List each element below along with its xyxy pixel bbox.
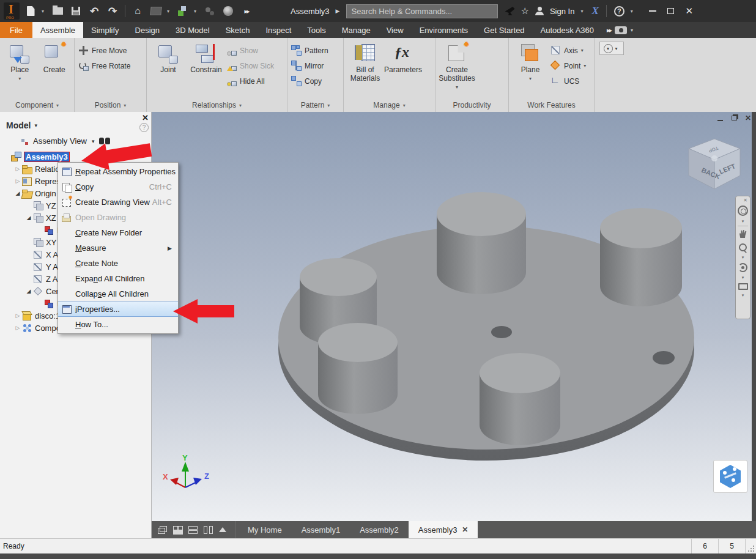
navbar-close-icon[interactable]: ✕ bbox=[743, 196, 750, 203]
maximize-button[interactable] bbox=[662, 3, 680, 19]
home-icon[interactable]: ⌂ bbox=[130, 4, 145, 18]
doc-tab-close-icon[interactable]: ✕ bbox=[462, 525, 468, 534]
tab-design[interactable]: Design bbox=[127, 22, 168, 38]
doc-minimize-icon[interactable] bbox=[716, 114, 724, 122]
expander-icon[interactable]: ▷ bbox=[13, 178, 22, 184]
expander-icon[interactable]: ▷ bbox=[13, 166, 22, 172]
menu-item-copy[interactable]: CopyCtrl+C bbox=[58, 179, 178, 194]
button-copy[interactable]: Copy bbox=[291, 76, 328, 86]
tile-horizontal-icon[interactable] bbox=[188, 526, 198, 534]
cascade-windows-icon[interactable] bbox=[158, 526, 167, 534]
doc-tab-assembly3[interactable]: Assembly3✕ bbox=[409, 521, 478, 538]
view-cube[interactable]: BACK LEFT TOP bbox=[683, 134, 746, 195]
dropdown-icon[interactable]: ▾ bbox=[18, 76, 21, 81]
panel-label-component[interactable]: Component▾ bbox=[0, 98, 74, 112]
expander-icon[interactable]: ◢ bbox=[24, 288, 33, 294]
zoom-icon[interactable] bbox=[738, 243, 747, 252]
panel-label-work-features[interactable]: Work Features bbox=[509, 98, 594, 112]
button-create-substitutes[interactable]: ✹Create Substitutes▾ bbox=[439, 40, 475, 90]
dropdown-icon[interactable]: ▾ bbox=[456, 84, 458, 90]
panel-dropdown-icon[interactable]: ▾ bbox=[124, 103, 126, 108]
sign-in-button[interactable]: Sign In bbox=[550, 7, 574, 16]
navbar-more-icon[interactable]: ▾ bbox=[742, 293, 744, 298]
assembly-view-selector[interactable]: Assembly View bbox=[33, 136, 87, 146]
menu-item-iproperties[interactable]: iProperties... bbox=[58, 302, 178, 317]
render-icon[interactable] bbox=[149, 4, 163, 18]
tree-item-assembly3[interactable]: Assembly3 bbox=[0, 150, 151, 163]
component-select-dropdown-icon[interactable]: ▾ bbox=[194, 9, 199, 14]
sign-in-dropdown-icon[interactable]: ▾ bbox=[580, 9, 585, 14]
minimize-button[interactable] bbox=[644, 3, 661, 19]
panel-label-pattern[interactable]: Pattern▾ bbox=[287, 98, 343, 112]
tab-sketch[interactable]: Sketch bbox=[218, 22, 258, 38]
doc-close-icon[interactable]: ✕ bbox=[744, 114, 752, 122]
navigation-wheel-icon[interactable] bbox=[738, 205, 748, 216]
menu-item-measure[interactable]: Measure▶ bbox=[58, 240, 178, 256]
button-plane[interactable]: Plane▾ bbox=[513, 40, 548, 81]
zoom-dropdown-icon[interactable]: ▾ bbox=[742, 255, 744, 260]
button-point[interactable]: Point▾ bbox=[550, 61, 586, 71]
browser-close-icon[interactable]: ✕ bbox=[142, 113, 149, 122]
tab-tools[interactable]: Tools bbox=[299, 22, 333, 38]
inventor-logo-icon[interactable] bbox=[4, 2, 20, 20]
tab-environments[interactable]: Environments bbox=[412, 22, 476, 38]
menu-item-create-note[interactable]: Create Note bbox=[58, 256, 178, 271]
doc-tab-assembly1[interactable]: Assembly1 bbox=[292, 521, 350, 538]
assembly-view-dropdown-icon[interactable]: ▾ bbox=[92, 138, 95, 144]
expander-icon[interactable]: ◢ bbox=[24, 215, 33, 221]
orbit-icon[interactable] bbox=[738, 263, 747, 272]
menu-item-repeat-assembly-properties[interactable]: Repeat Assembly Properties bbox=[58, 164, 178, 179]
browser-help-icon[interactable]: ? bbox=[139, 123, 149, 132]
panel-label-position[interactable]: Position▾ bbox=[75, 98, 146, 112]
button-constrain[interactable]: Constrain bbox=[188, 40, 224, 75]
resize-grip[interactable] bbox=[745, 539, 756, 553]
menu-item-collapse-all-children[interactable]: Collapse All Children bbox=[58, 286, 178, 302]
undo-icon[interactable]: ↶ bbox=[87, 4, 102, 18]
panel-dropdown-icon[interactable]: ▾ bbox=[403, 103, 406, 108]
collapse-dropdown-icon[interactable]: ▾ bbox=[615, 46, 620, 51]
browser-title-dropdown-icon[interactable]: ▾ bbox=[34, 122, 37, 128]
user-avatar-icon[interactable] bbox=[535, 7, 544, 15]
tab-overflow-icon[interactable]: ▸▸ bbox=[607, 26, 611, 34]
screencast-dropdown-icon[interactable]: ▾ bbox=[631, 28, 636, 33]
button-parameters[interactable]: ƒxParameters bbox=[385, 40, 421, 75]
button-pattern[interactable]: Pattern bbox=[291, 45, 328, 56]
material-globe-icon[interactable] bbox=[221, 4, 235, 18]
tab-inspect[interactable]: Inspect bbox=[258, 22, 299, 38]
panel-dropdown-icon[interactable]: ▾ bbox=[327, 103, 330, 108]
panel-label-manage[interactable]: Manage▾ bbox=[344, 98, 435, 112]
ribbon-collapse-button[interactable]: ▾▾ bbox=[599, 42, 624, 55]
tile-windows-icon[interactable] bbox=[173, 526, 182, 534]
doc-tab-assembly2[interactable]: Assembly2 bbox=[350, 521, 409, 538]
button-free-rotate[interactable]: Free Rotate bbox=[78, 61, 130, 71]
button-mirror[interactable]: Mirror bbox=[291, 61, 328, 71]
doc-tab-my-home[interactable]: My Home bbox=[238, 521, 292, 538]
button-ucs[interactable]: ∟UCS bbox=[550, 76, 586, 86]
doc-restore-icon[interactable] bbox=[730, 114, 738, 122]
render-dropdown-icon[interactable]: ▾ bbox=[167, 9, 172, 14]
look-at-icon[interactable] bbox=[738, 283, 748, 290]
dropdown-icon[interactable]: ▾ bbox=[584, 63, 586, 68]
expander-icon[interactable]: ▷ bbox=[13, 313, 22, 319]
search-input[interactable]: Search Help & Commands... bbox=[346, 4, 498, 18]
button-bill-of-materials[interactable]: Bill of Materials bbox=[347, 40, 383, 83]
tab-autodesk-a360[interactable]: Autodesk A360 bbox=[533, 22, 602, 38]
viewport-3d[interactable]: Y X Z BACK LEFT TOP ✕ ▾ bbox=[152, 112, 756, 521]
tab-manage[interactable]: Manage bbox=[334, 22, 379, 38]
dropdown-icon[interactable]: ▾ bbox=[529, 76, 532, 81]
menu-item-create-drawing-view[interactable]: Create Drawing ViewAlt+C bbox=[58, 194, 178, 210]
panel-label-relationships[interactable]: Relationships▾ bbox=[147, 98, 287, 112]
expander-icon[interactable]: ▷ bbox=[13, 325, 22, 331]
browser-title[interactable]: Model bbox=[6, 120, 31, 130]
button-axis[interactable]: Axis▾ bbox=[550, 45, 586, 56]
new-file-dropdown-icon[interactable]: ▾ bbox=[42, 9, 46, 14]
expand-dock-icon[interactable] bbox=[219, 527, 226, 532]
panel-dropdown-icon[interactable]: ▾ bbox=[239, 103, 242, 108]
button-place[interactable]: Place▾ bbox=[4, 40, 36, 81]
search-tree-icon[interactable] bbox=[99, 138, 110, 145]
screencast-icon[interactable] bbox=[615, 26, 627, 34]
toolbar-overflow-icon[interactable]: ▸▸ bbox=[239, 4, 254, 18]
tab-file[interactable]: File bbox=[0, 22, 32, 38]
dropdown-icon[interactable]: ▾ bbox=[581, 48, 584, 53]
menu-item-expand-all-children[interactable]: Expand All Children bbox=[58, 271, 178, 286]
